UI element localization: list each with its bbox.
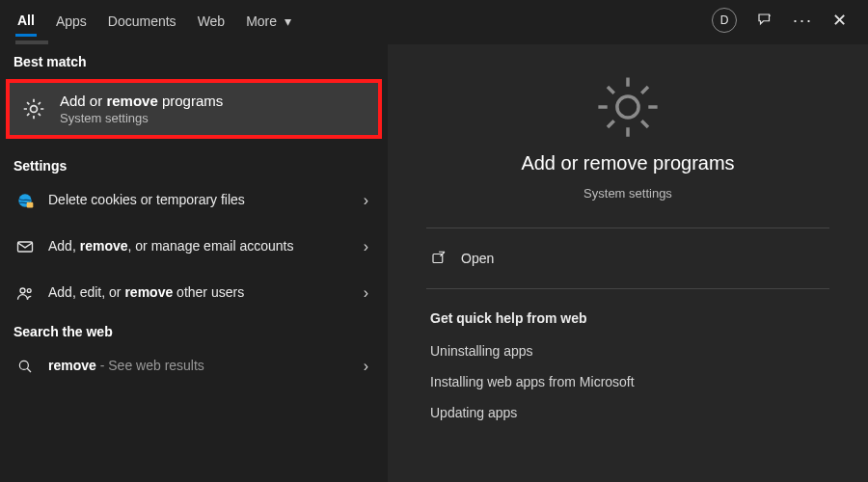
svg-point-1	[31, 106, 38, 113]
svg-rect-3	[27, 202, 34, 208]
gear-icon	[594, 73, 662, 141]
tab-label: Web	[198, 13, 226, 29]
web-result[interactable]: remove - See web results ›	[0, 345, 388, 388]
best-match-title-pre: Add or	[60, 93, 106, 109]
result-label-text: Delete cookies or temporary files	[48, 192, 245, 207]
tab-apps[interactable]: Apps	[54, 6, 89, 35]
result-label-pre: Add, edit, or	[48, 284, 124, 300]
preview-pane: Add or remove programs System settings O…	[388, 44, 868, 482]
best-match-subtitle: System settings	[60, 111, 223, 125]
svg-point-6	[27, 289, 31, 293]
result-label-bold: remove	[124, 284, 173, 300]
user-avatar[interactable]: D	[712, 8, 737, 33]
tab-all[interactable]: All	[15, 5, 37, 37]
close-icon[interactable]: ✕	[832, 10, 847, 31]
tab-label: All	[17, 13, 35, 28]
svg-point-7	[19, 361, 28, 369]
quick-help-link-label: Updating apps	[430, 405, 517, 420]
divider	[426, 288, 829, 289]
section-header-settings: Settings	[0, 148, 388, 179]
result-label: Add, remove, or manage email accounts	[48, 238, 346, 255]
quick-help-link-label: Uninstalling apps	[430, 343, 533, 359]
tab-more[interactable]: More ▾	[244, 6, 293, 35]
tab-label: More	[246, 13, 277, 29]
quick-help-link-label: Installing web apps from Microsoft	[430, 374, 635, 389]
people-icon	[14, 283, 37, 303]
open-label: Open	[461, 251, 494, 266]
result-label: Add, edit, or remove other users	[48, 284, 346, 302]
preview-header: Add or remove programs System settings	[426, 67, 829, 220]
settings-result-cookies[interactable]: Delete cookies or temporary files ›	[0, 179, 388, 222]
result-label-post: other users	[173, 284, 244, 300]
best-match-result[interactable]: Add or remove programs System settings	[6, 79, 382, 139]
best-match-title-bold: remove	[106, 93, 157, 109]
quick-help-link[interactable]: Uninstalling apps	[426, 335, 829, 366]
chevron-right-icon: ›	[358, 238, 374, 255]
settings-result-users[interactable]: Add, edit, or remove other users ›	[0, 272, 388, 314]
result-label-bold: remove	[48, 358, 96, 373]
tab-label: Documents	[108, 13, 176, 29]
section-header-web: Search the web	[0, 314, 388, 345]
chevron-down-icon: ▾	[285, 13, 291, 29]
results-pane: Best match Add or remove programs System…	[0, 44, 388, 482]
open-icon	[430, 250, 448, 267]
tab-web[interactable]: Web	[196, 6, 228, 35]
gear-icon	[19, 96, 48, 121]
mail-icon	[14, 237, 37, 256]
section-header-best-match: Best match	[0, 44, 388, 75]
windows-search-window: All Apps Documents Web More ▾ D ··· ✕ Be…	[0, 0, 868, 482]
svg-rect-4	[18, 242, 33, 252]
open-action[interactable]: Open	[426, 236, 829, 281]
globe-cookies-icon	[14, 191, 37, 210]
svg-point-0	[769, 14, 771, 16]
divider	[426, 228, 829, 228]
result-label-bold: remove	[80, 238, 128, 254]
result-label-suffix: - See web results	[96, 358, 204, 373]
preview-subtitle: System settings	[583, 186, 672, 201]
search-icon	[14, 358, 37, 375]
feedback-icon[interactable]	[756, 12, 773, 29]
result-label-pre: Add,	[48, 238, 80, 254]
tab-documents[interactable]: Documents	[106, 6, 178, 35]
avatar-initial: D	[720, 13, 729, 27]
best-match-text: Add or remove programs System settings	[60, 93, 223, 125]
chevron-right-icon: ›	[358, 284, 374, 302]
best-match-title-post: programs	[158, 93, 224, 109]
preview-title: Add or remove programs	[521, 152, 734, 174]
result-label: Delete cookies or temporary files	[48, 192, 346, 209]
search-body: Best match Add or remove programs System…	[0, 44, 868, 482]
quick-help-link[interactable]: Installing web apps from Microsoft	[426, 366, 829, 397]
result-label-post: , or manage email accounts	[128, 238, 294, 254]
quick-help-link[interactable]: Updating apps	[426, 397, 829, 428]
svg-point-5	[20, 288, 25, 293]
quick-help-heading: Get quick help from web	[426, 297, 829, 335]
svg-point-8	[617, 96, 638, 118]
result-label: remove - See web results	[48, 358, 346, 375]
settings-result-email[interactable]: Add, remove, or manage email accounts ›	[0, 222, 388, 272]
search-scope-tabbar: All Apps Documents Web More ▾ D ··· ✕	[0, 0, 868, 40]
top-actions: D ··· ✕	[712, 8, 860, 33]
chevron-right-icon: ›	[358, 192, 374, 209]
tab-label: Apps	[56, 13, 87, 29]
best-match-title: Add or remove programs	[60, 93, 223, 109]
chevron-right-icon: ›	[358, 358, 374, 375]
more-options-icon[interactable]: ···	[793, 11, 813, 31]
